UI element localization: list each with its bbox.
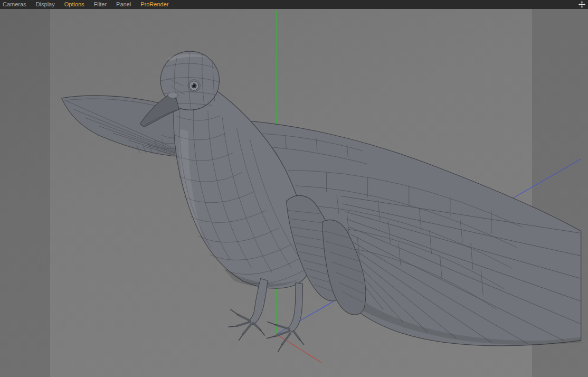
menu-item-filter[interactable]: Filter [89,0,111,9]
legs-and-feet [229,279,304,352]
viewport-menu-bar: Cameras Display Options Filter Panel Pro… [0,0,588,9]
pan-move-icon-glyph [578,1,585,8]
body [174,82,311,288]
menu-item-prorender[interactable]: ProRender [136,0,173,9]
menu-item-display[interactable]: Display [31,0,60,9]
beak-cere [168,92,178,98]
scene-canvas [0,9,588,377]
menu-item-cameras[interactable]: Cameras [0,0,31,9]
menu-item-options[interactable]: Options [60,0,89,9]
eye [188,80,200,92]
pan-move-icon[interactable] [578,1,585,8]
menu-item-panel[interactable]: Panel [111,0,136,9]
viewport-3d[interactable] [0,9,588,377]
pigeon-wireframe-model [62,51,581,352]
